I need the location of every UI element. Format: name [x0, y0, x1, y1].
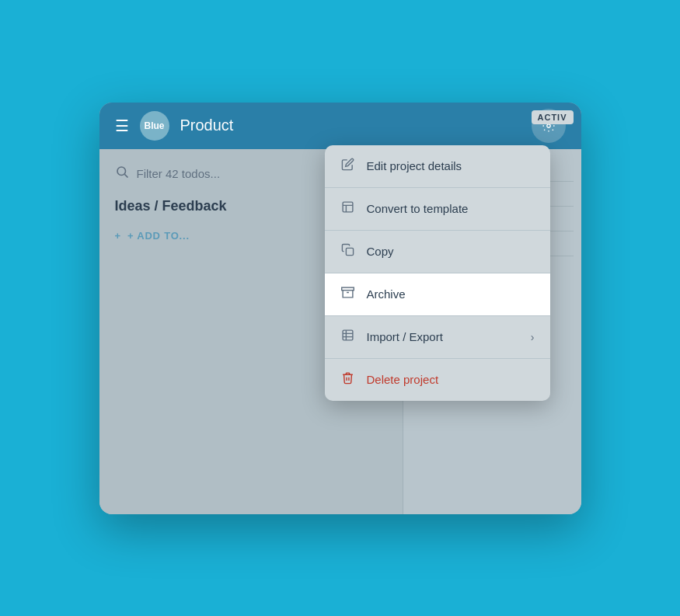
svg-rect-4 [346, 248, 353, 255]
import-export-icon [340, 329, 356, 346]
convert-to-template-label: Convert to template [367, 202, 535, 215]
trash-icon [340, 371, 356, 388]
svg-point-1 [117, 167, 126, 176]
active-badge: ACTIV [532, 110, 574, 124]
menu-item-import-export[interactable]: Import / Export › [325, 316, 550, 358]
svg-line-2 [124, 174, 127, 177]
search-placeholder: Filter 42 todos... [137, 167, 221, 180]
add-todo-label: + ADD TO... [127, 230, 190, 242]
svg-rect-7 [343, 330, 353, 340]
menu-item-convert-to-template[interactable]: Convert to template [325, 188, 550, 230]
menu-item-delete-project[interactable]: Delete project [325, 359, 550, 401]
project-title: Product [180, 117, 521, 134]
menu-item-copy[interactable]: Copy [325, 231, 550, 273]
menu-item-archive[interactable]: Archive [325, 273, 550, 315]
svg-point-0 [546, 124, 550, 127]
plus-icon: + [115, 230, 121, 242]
header: ☰ Blue Product ACTIV [99, 103, 581, 149]
template-icon [340, 200, 356, 218]
menu-item-edit-project-details[interactable]: Edit project details [325, 145, 550, 187]
edit-project-details-label: Edit project details [367, 159, 535, 172]
import-export-label: Import / Export [367, 330, 520, 343]
search-icon [115, 165, 129, 183]
copy-icon [340, 243, 356, 260]
chevron-right-icon: › [531, 331, 535, 343]
app-window: ☰ Blue Product ACTIV Fil [99, 103, 581, 514]
dropdown-menu: Edit project details Convert to template [325, 145, 550, 401]
avatar: Blue [140, 111, 169, 141]
svg-rect-5 [342, 287, 354, 291]
hamburger-icon[interactable]: ☰ [115, 118, 129, 134]
svg-rect-3 [343, 202, 353, 212]
archive-icon [340, 286, 356, 303]
copy-label: Copy [367, 245, 535, 258]
pencil-icon [340, 158, 356, 175]
archive-label: Archive [367, 287, 535, 301]
delete-project-label: Delete project [367, 373, 535, 386]
